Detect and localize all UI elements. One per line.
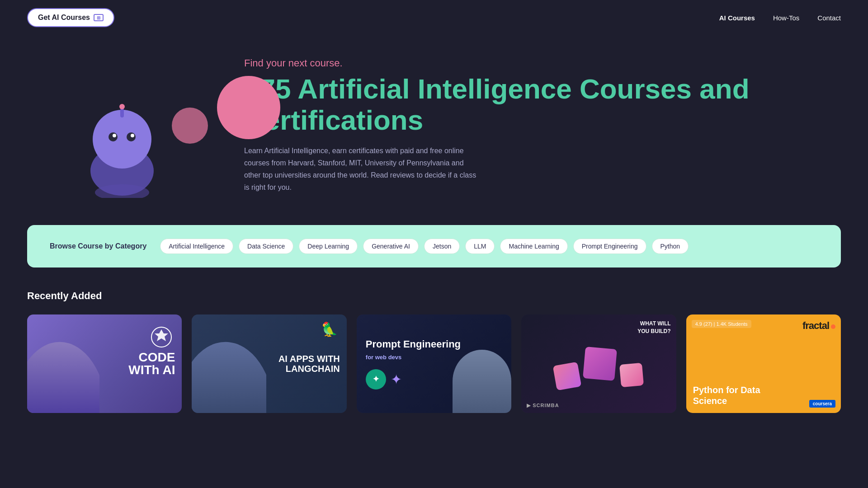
rating-badge: 4.9 (27) | 1.4K Students (692, 320, 751, 328)
tag-artificial-intelligence[interactable]: Artificial Intelligence (160, 239, 233, 254)
openai-logo (150, 326, 173, 350)
course-card-code-ai[interactable]: CODEWITh AI Learn to code with AI How to… (27, 314, 182, 413)
navbar: Get AI Courses ⊞ AI Courses How-Tos Cont… (0, 0, 868, 35)
svg-point-4 (113, 134, 116, 137)
fractal-logo: fractal (802, 320, 835, 332)
nav-ai-courses[interactable]: AI Courses (719, 14, 755, 22)
course-thumbnail-agents: WHAT WILLYOU BUILD? ▶ SCRIMBA (521, 314, 676, 413)
tag-prompt-engineering[interactable]: Prompt Engineering (573, 239, 646, 254)
svg-point-1 (93, 110, 151, 169)
tag-llm[interactable]: LLM (465, 239, 495, 254)
tag-python[interactable]: Python (652, 239, 689, 254)
nav-links: AI Courses How-Tos Contact (719, 14, 841, 22)
course-card-python[interactable]: 4.9 (27) | 1.4K Students fractal Python … (686, 314, 841, 413)
svg-rect-6 (120, 108, 124, 117)
hero-title: 175 Artificial Intelligence Courses and … (244, 74, 841, 135)
nav-how-tos[interactable]: How-Tos (773, 14, 799, 22)
svg-point-3 (127, 132, 136, 141)
sparkle-icon: ✦ (391, 371, 402, 387)
courses-grid: CODEWITh AI Learn to code with AI How to… (27, 314, 841, 413)
langchain-text: AI APPS WITHLANGCHAIN (278, 354, 340, 374)
tag-deep-learning[interactable]: Deep Learning (299, 239, 358, 254)
openai-circle-icon: ✦ (366, 369, 386, 389)
category-section: Browse Course by Category Artificial Int… (27, 225, 841, 267)
langchain-instructor-face (192, 334, 266, 413)
svg-point-2 (108, 132, 118, 141)
course-thumbnail-prompt: Prompt Engineeringfor web devs ✦ ✦ (357, 314, 511, 413)
hero-illustration (27, 53, 217, 198)
scrimba-badge: ▶ SCRIMBA (527, 403, 559, 408)
tag-machine-learning[interactable]: Machine Learning (500, 239, 567, 254)
cube-1 (553, 362, 582, 391)
instructor-face (27, 334, 99, 413)
coursera-badge: coursera (809, 400, 835, 408)
course-thumbnail-code-ai: CODEWITh AI (27, 314, 182, 413)
agents-cubes (555, 348, 643, 380)
course-card-agents[interactable]: WHAT WILLYOU BUILD? ▶ SCRIMBA Learn AI A… (521, 314, 676, 413)
code-ai-text: CODEWITh AI (128, 351, 175, 376)
category-tags: Artificial Intelligence Data Science Dee… (160, 239, 689, 254)
recently-added-section: Recently Added CODEWITh AI Learn to (0, 267, 868, 431)
python-card-title: Python for Data Science (693, 385, 783, 406)
logo-icon: ⊞ (94, 14, 104, 21)
tag-jetson[interactable]: Jetson (424, 239, 460, 254)
tag-generative-ai[interactable]: Generative AI (363, 239, 419, 254)
svg-point-5 (131, 134, 134, 137)
section-title: Recently Added (27, 290, 841, 302)
hero-section: Find your next course. 175 Artificial In… (0, 35, 868, 225)
cube-3 (619, 363, 644, 387)
hero-text: Find your next course. 175 Artificial In… (217, 57, 841, 193)
cube-2 (583, 347, 617, 381)
svg-point-7 (119, 104, 125, 109)
course-thumbnail-python: 4.9 (27) | 1.4K Students fractal Python … (686, 314, 841, 413)
robot-illustration (63, 71, 181, 198)
category-label: Browse Course by Category (50, 242, 146, 250)
hero-description: Learn Artificial Intelligence, earn cert… (244, 145, 479, 194)
course-card-prompt[interactable]: Prompt Engineeringfor web devs ✦ ✦ Promp… (357, 314, 511, 413)
agents-text: WHAT WILLYOU BUILD? (637, 320, 670, 335)
deco-circle-large (217, 76, 280, 139)
prompt-instructor (453, 350, 511, 413)
course-card-langchain[interactable]: 🦜 AI APPS WITHLANGCHAIN Build AI Apps wi… (192, 314, 346, 413)
logo-text: Get AI Courses (38, 14, 90, 22)
nav-contact[interactable]: Contact (817, 14, 841, 22)
hero-subtitle: Find your next course. (244, 57, 841, 69)
logo-button[interactable]: Get AI Courses ⊞ (27, 8, 114, 27)
bird-icon: 🦜 (321, 321, 338, 337)
course-thumbnail-langchain: 🦜 AI APPS WITHLANGCHAIN (192, 314, 346, 413)
fractal-dot (831, 324, 835, 329)
tag-data-science[interactable]: Data Science (239, 239, 293, 254)
